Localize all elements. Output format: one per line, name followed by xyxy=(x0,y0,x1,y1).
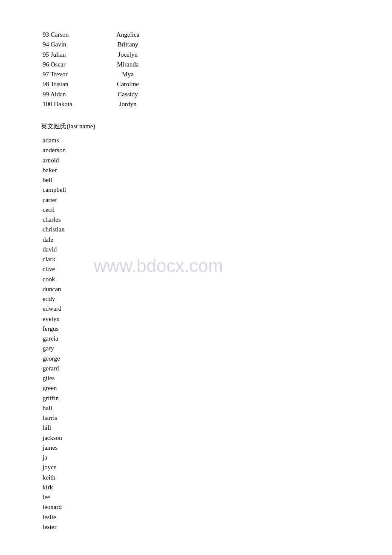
numbered-row: 96 OscarMiranda xyxy=(43,60,392,69)
last-name-item: giles xyxy=(43,373,392,383)
num-name: 100 Dakota xyxy=(43,99,102,109)
last-name-item: dale xyxy=(43,235,392,245)
last-name-item: carter xyxy=(43,195,392,205)
numbered-row: 95 JulianJocelyn xyxy=(43,50,392,60)
last-name-item: clive xyxy=(43,264,392,274)
last-name-item: evelyn xyxy=(43,314,392,324)
last-name-item: duncan xyxy=(43,284,392,294)
numbered-row: 98 TristanCaroline xyxy=(43,79,392,89)
last-name-item: keith xyxy=(43,473,392,483)
numbered-row: 100 DakotaJordyn xyxy=(43,99,392,109)
last-name-item: george xyxy=(43,354,392,364)
second-name: Caroline xyxy=(102,79,153,89)
last-name-item: charles xyxy=(43,215,392,225)
last-name-item: joyce xyxy=(43,462,392,472)
last-name-item: james xyxy=(43,443,392,453)
last-name-item: edward xyxy=(43,304,392,314)
second-name: Brittany xyxy=(102,40,153,49)
second-name: Jocelyn xyxy=(102,50,153,60)
num-name: 96 Oscar xyxy=(43,60,102,69)
last-name-item: christian xyxy=(43,225,392,234)
last-name-item: garcia xyxy=(43,334,392,344)
last-name-item: cook xyxy=(43,275,392,284)
num-name: 93 Carson xyxy=(43,30,102,40)
last-name-item: gerard xyxy=(43,364,392,373)
second-name: Miranda xyxy=(102,60,153,69)
num-name: 94 Gavin xyxy=(43,40,102,49)
last-name-item: david xyxy=(43,245,392,254)
last-name-item: arnold xyxy=(43,156,392,165)
last-name-item: gary xyxy=(43,344,392,353)
num-name: 95 Julian xyxy=(43,50,102,60)
last-name-item: griffin xyxy=(43,393,392,403)
numbered-row: 93 CarsonAngelica xyxy=(43,30,392,40)
numbered-row: 99 AidanCassidy xyxy=(43,90,392,99)
last-name-item: kirk xyxy=(43,483,392,492)
last-name-item: lee xyxy=(43,492,392,502)
num-name: 99 Aidan xyxy=(43,90,102,99)
second-name: Jordyn xyxy=(102,99,153,109)
second-name: Angelica xyxy=(102,30,153,40)
last-name-item: adams xyxy=(43,136,392,145)
last-name-item: hill xyxy=(43,423,392,433)
numbered-row: 97 TrevorMya xyxy=(43,69,392,79)
num-name: 97 Trevor xyxy=(43,69,102,79)
second-name: Cassidy xyxy=(102,90,153,99)
last-name-item: green xyxy=(43,383,392,393)
last-name-list: adamsandersonarnoldbakerbellcampbellcart… xyxy=(43,136,392,532)
last-name-item: leonard xyxy=(43,502,392,512)
last-name-item: harris xyxy=(43,413,392,423)
last-name-item: anderson xyxy=(43,145,392,155)
last-name-item: bell xyxy=(43,175,392,185)
numbered-list: 93 CarsonAngelica94 GavinBrittany95 Juli… xyxy=(43,30,392,109)
last-name-item: lester xyxy=(43,522,392,532)
last-name-item: leslie xyxy=(43,512,392,522)
last-name-item: campbell xyxy=(43,185,392,195)
numbered-row: 94 GavinBrittany xyxy=(43,40,392,49)
num-name: 98 Tristan xyxy=(43,79,102,89)
last-name-item: cecil xyxy=(43,205,392,215)
last-name-item: clark xyxy=(43,254,392,264)
second-name: Mya xyxy=(102,69,153,79)
last-name-item: baker xyxy=(43,165,392,175)
last-name-item: hall xyxy=(43,403,392,413)
last-name-item: eddy xyxy=(43,294,392,304)
last-name-item: ja xyxy=(43,453,392,462)
section-title: 英文姓氏(last name) xyxy=(0,121,136,131)
last-name-item: jackson xyxy=(43,433,392,443)
last-name-item: fergus xyxy=(43,324,392,334)
